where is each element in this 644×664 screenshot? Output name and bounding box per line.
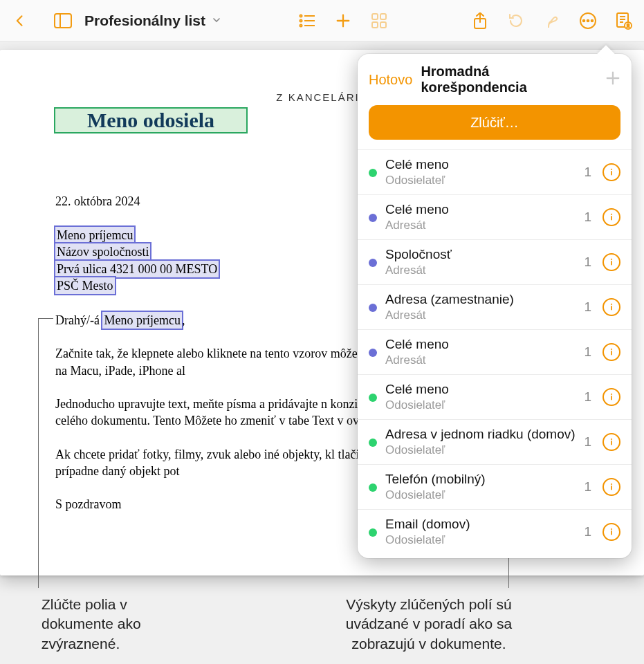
svg-point-4 — [300, 19, 302, 21]
field-source: Adresát — [385, 264, 576, 277]
field-label: Adresa (zamestnanie) — [385, 292, 576, 307]
field-source: Adresát — [385, 353, 576, 367]
field-label: Telefón (mobilný) — [385, 472, 576, 487]
merge-field-row[interactable]: Celé menoOdosielateľ1 — [358, 149, 632, 194]
merge-field-street[interactable]: Prvá ulica 4321 000 00 MESTO — [55, 261, 219, 277]
field-label: Email (domov) — [385, 517, 576, 532]
field-source: Adresát — [385, 308, 576, 322]
merge-field-row[interactable]: Email (domov)Odosielateľ1 — [358, 509, 632, 554]
add-button[interactable] — [327, 6, 359, 36]
merge-field-city[interactable]: PSČ Mesto — [55, 277, 115, 294]
field-label: Celé meno — [385, 337, 576, 352]
color-dot-icon — [369, 394, 377, 402]
svg-rect-13 — [380, 22, 386, 28]
merge-field-row[interactable]: SpoločnosťAdresát1 — [358, 239, 632, 284]
callout-line — [38, 318, 53, 319]
info-icon[interactable] — [602, 208, 620, 226]
info-icon[interactable] — [602, 478, 620, 496]
document-title[interactable]: Profesionálny list — [84, 12, 222, 29]
info-icon[interactable] — [602, 433, 620, 451]
merge-field-recipient-name[interactable]: Meno príjemcu — [55, 227, 134, 243]
merge-field-row[interactable]: Adresa v jednom riadku (domov)Odosielate… — [358, 419, 632, 464]
svg-point-30 — [611, 214, 612, 215]
merge-field-row[interactable]: Telefón (mobilný)Odosielateľ1 — [358, 464, 632, 509]
color-dot-icon — [369, 439, 377, 447]
svg-point-18 — [591, 19, 594, 21]
list-view-button[interactable] — [291, 6, 323, 36]
svg-rect-0 — [55, 14, 71, 28]
field-source: Odosielateľ — [385, 174, 576, 187]
svg-point-34 — [611, 304, 612, 305]
field-label: Celé meno — [385, 382, 576, 397]
svg-point-16 — [583, 19, 585, 21]
svg-point-42 — [611, 484, 612, 485]
info-icon[interactable] — [602, 298, 620, 316]
panel-title: Hromadná korešpondencia — [421, 64, 597, 95]
info-icon[interactable] — [602, 163, 620, 181]
field-source: Odosielateľ — [385, 488, 576, 502]
field-count: 1 — [584, 344, 591, 360]
field-count: 1 — [584, 255, 591, 270]
mail-merge-button[interactable] — [608, 6, 640, 36]
field-source: Adresát — [385, 219, 576, 232]
field-count: 1 — [584, 210, 591, 225]
color-dot-icon — [369, 259, 377, 267]
svg-point-36 — [611, 349, 612, 350]
salutation-prefix: Drahý/-á — [55, 313, 102, 327]
field-count: 1 — [584, 389, 591, 405]
document-title-text: Profesionálny list — [84, 12, 205, 29]
merge-field-row[interactable]: Adresa (zamestnanie)Adresát1 — [358, 284, 632, 329]
chevron-down-icon — [211, 12, 222, 29]
info-icon[interactable] — [602, 253, 620, 271]
merge-field-row[interactable]: Celé menoOdosielateľ1 — [358, 374, 632, 419]
info-icon[interactable] — [602, 343, 620, 361]
color-dot-icon — [369, 214, 377, 222]
merge-field-list: Celé menoOdosielateľ1Celé menoAdresát1Sp… — [358, 149, 632, 554]
svg-point-24 — [627, 24, 629, 26]
field-label: Celé meno — [385, 157, 576, 172]
svg-point-17 — [587, 19, 589, 21]
field-source: Odosielateľ — [385, 398, 576, 412]
salutation-suffix: , — [182, 313, 185, 327]
format-brush-button[interactable] — [536, 6, 568, 36]
color-dot-icon — [369, 528, 377, 537]
field-source: Odosielateľ — [385, 443, 576, 457]
color-dot-icon — [369, 304, 377, 312]
sidebar-button[interactable] — [47, 6, 79, 36]
svg-rect-11 — [380, 14, 386, 19]
info-icon[interactable] — [602, 523, 620, 541]
back-button[interactable] — [4, 6, 36, 36]
add-field-button[interactable] — [605, 70, 620, 89]
field-source: Odosielateľ — [385, 533, 576, 547]
svg-point-32 — [611, 259, 612, 260]
svg-rect-10 — [372, 14, 378, 19]
field-label: Adresa v jednom riadku (domov) — [385, 427, 576, 442]
field-count: 1 — [584, 434, 591, 450]
undo-button[interactable] — [500, 6, 532, 36]
svg-point-2 — [300, 15, 302, 17]
merge-field-salutation-name[interactable]: Meno príjemcu — [102, 312, 181, 329]
more-button[interactable] — [572, 6, 604, 36]
callout-line — [38, 318, 39, 588]
apps-button[interactable] — [363, 6, 395, 36]
merge-field-company[interactable]: Názov spoločnosti — [55, 243, 150, 260]
field-count: 1 — [584, 299, 591, 315]
field-label: Spoločnosť — [385, 247, 576, 262]
field-label: Celé meno — [385, 202, 576, 217]
color-dot-icon — [369, 349, 377, 357]
share-button[interactable] — [464, 6, 496, 36]
callout-right: Výskyty zlúčených polí sú uvádzané v por… — [325, 595, 533, 654]
merge-button[interactable]: Zlúčiť… — [369, 105, 620, 140]
toolbar: Profesionálny list — [0, 0, 644, 42]
field-count: 1 — [584, 524, 591, 540]
merge-field-row[interactable]: Celé menoAdresát1 — [358, 329, 632, 374]
callout-left: Zlúčte polia v dokumente ako zvýraznené. — [42, 595, 201, 654]
merge-field-row[interactable]: Celé menoAdresát1 — [358, 194, 632, 239]
document-stage: Z KANCELÁRIE Meno odosiela 22. októbra 2… — [0, 42, 644, 664]
svg-point-28 — [611, 169, 612, 170]
done-button[interactable]: Hotovo — [369, 72, 412, 88]
merge-field-sender-name[interactable]: Meno odosiela — [55, 109, 246, 132]
field-count: 1 — [584, 479, 591, 495]
info-icon[interactable] — [602, 388, 620, 406]
color-dot-icon — [369, 483, 377, 492]
